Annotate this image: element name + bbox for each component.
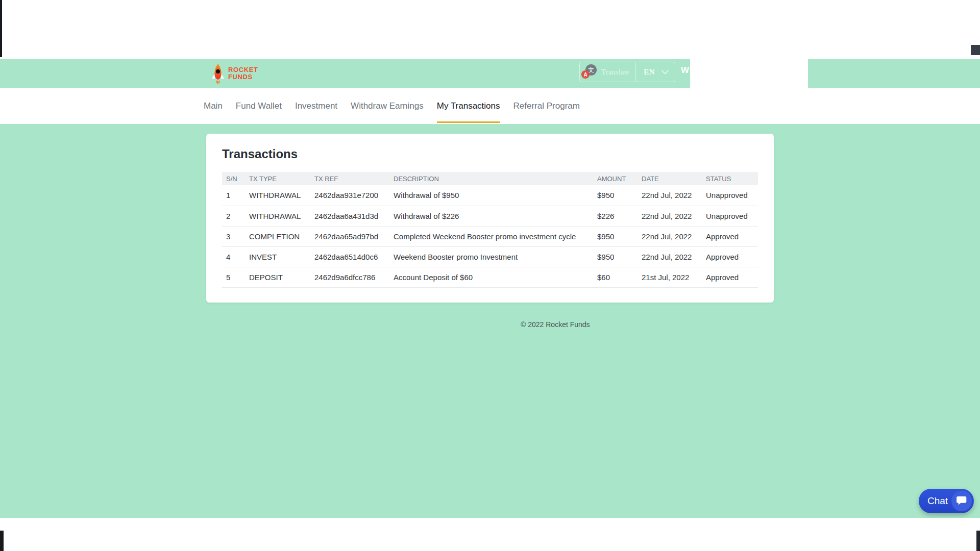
logo-text: ROCKET FUNDS (228, 66, 258, 81)
table-cell: Unapproved (702, 206, 758, 226)
table-cell: 2 (222, 206, 245, 226)
translate-divider (635, 62, 636, 82)
nav-list: Main Fund Wallet Investment Withdraw Ear… (204, 88, 580, 124)
page-content: Transactions S/N TX TYPE TX REF DESCRIPT… (0, 124, 980, 518)
window-edge-bottom-left (0, 531, 4, 551)
table-row: 3COMPLETION2462daa65ad97bdCompleted Week… (222, 226, 758, 246)
table-cell: 1 (222, 185, 245, 206)
table-cell: Weekend Booster promo Investment (389, 246, 593, 267)
col-header-date: DATE (638, 172, 702, 185)
nav-item-fund-wallet[interactable]: Fund Wallet (236, 88, 282, 124)
table-cell: $950 (593, 185, 638, 206)
table-cell: $950 (593, 226, 638, 246)
table-cell: $950 (593, 246, 638, 267)
table-header: S/N TX TYPE TX REF DESCRIPTION AMOUNT DA… (222, 172, 758, 185)
col-header-tx-type: TX TYPE (245, 172, 310, 185)
rocket-funds-logo[interactable]: ROCKET FUNDS (211, 63, 258, 84)
table-cell: 2462daa931e7200 (310, 185, 389, 206)
chevron-down-icon (661, 70, 669, 74)
partial-welcome-text: W (681, 65, 689, 76)
col-header-sn: S/N (222, 172, 245, 185)
scrollbar-corner (971, 45, 980, 55)
table-cell: 2462daa6514d0c6 (310, 246, 389, 267)
nav-item-withdraw-earnings[interactable]: Withdraw Earnings (351, 88, 424, 124)
chat-label: Chat (927, 495, 948, 507)
language-selector[interactable]: EN (644, 68, 655, 77)
table-cell: Unapproved (702, 185, 758, 206)
table-row: 4INVEST2462daa6514d0c6Weekend Booster pr… (222, 246, 758, 267)
transactions-card: Transactions S/N TX TYPE TX REF DESCRIPT… (206, 134, 774, 303)
table-cell: 4 (222, 246, 245, 267)
table-cell: Approved (702, 246, 758, 267)
chat-bubble-icon (956, 496, 967, 506)
col-header-amount: AMOUNT (593, 172, 638, 185)
table-cell: WITHDRAWAL (245, 185, 310, 206)
col-header-description: DESCRIPTION (389, 172, 593, 185)
table-cell: 3 (222, 226, 245, 246)
table-cell: Withdrawal of $950 (389, 185, 593, 206)
table-cell: 2462daa65ad97bd (310, 226, 389, 246)
chat-bubble-circle (951, 491, 972, 511)
translate-icon: 文 A (580, 62, 599, 82)
translate-label: Translate (601, 68, 629, 77)
table-cell: $60 (593, 267, 638, 287)
table-cell: 21st Jul, 2022 (638, 267, 702, 287)
translate-widget[interactable]: 文 A Translate EN (579, 62, 675, 82)
table-cell: 5 (222, 267, 245, 287)
table-cell: 2462daa6a431d3d (310, 206, 389, 226)
translate-a-circle: A (581, 70, 590, 79)
rocket-icon (211, 63, 225, 84)
page-title: Transactions (222, 147, 758, 161)
header: ROCKET FUNDS 文 A Translate EN W (0, 59, 980, 88)
main-navigation: Main Fund Wallet Investment Withdraw Ear… (0, 88, 980, 124)
chat-button[interactable]: Chat (919, 489, 974, 513)
table-cell: 22nd Jul, 2022 (638, 226, 702, 246)
table-cell: 22nd Jul, 2022 (638, 206, 702, 226)
table-cell: 2462d9a6dfcc786 (310, 267, 389, 287)
table-cell: DEPOSIT (245, 267, 310, 287)
header-white-overlay (690, 59, 808, 88)
nav-item-referral-program[interactable]: Referral Program (513, 88, 580, 124)
table-cell: WITHDRAWAL (245, 206, 310, 226)
table-cell: Approved (702, 267, 758, 287)
col-header-status: STATUS (702, 172, 758, 185)
table-row: 2WITHDRAWAL2462daa6a431d3dWithdrawal of … (222, 206, 758, 226)
table-row: 1WITHDRAWAL2462daa931e7200Withdrawal of … (222, 185, 758, 206)
table-cell: INVEST (245, 246, 310, 267)
table-cell: 22nd Jul, 2022 (638, 246, 702, 267)
transactions-table: S/N TX TYPE TX REF DESCRIPTION AMOUNT DA… (222, 172, 758, 288)
table-row: 5DEPOSIT2462d9a6dfcc786Account Deposit o… (222, 267, 758, 287)
nav-item-my-transactions[interactable]: My Transactions (437, 88, 500, 124)
window-edge-strip (0, 0, 2, 57)
table-cell: 22nd Jul, 2022 (638, 185, 702, 206)
table-cell: COMPLETION (245, 226, 310, 246)
table-cell: Completed Weekend Booster promo investme… (389, 226, 593, 246)
table-cell: Approved (702, 226, 758, 246)
col-header-tx-ref: TX REF (310, 172, 389, 185)
table-cell: Account Deposit of $60 (389, 267, 593, 287)
table-cell: $226 (593, 206, 638, 226)
window-edge-bottom-right (976, 531, 980, 551)
nav-item-investment[interactable]: Investment (295, 88, 337, 124)
copyright-text: © 2022 Rocket Funds (521, 320, 590, 329)
nav-item-main[interactable]: Main (204, 88, 223, 124)
transactions-table-body: 1WITHDRAWAL2462daa931e7200Withdrawal of … (222, 185, 758, 287)
table-cell: Withdrawal of $226 (389, 206, 593, 226)
